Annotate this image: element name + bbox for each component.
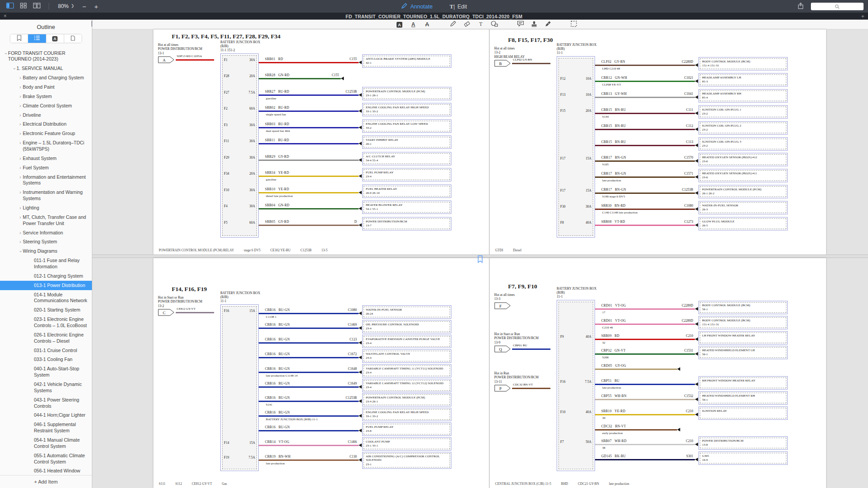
note-tool-button[interactable]: [517, 21, 525, 29]
outline-item[interactable]: 054-1 Manual Climate Control System: [0, 436, 92, 451]
connector-label: C1570: [664, 156, 693, 160]
outline-item[interactable]: ›Electronic Feature Group: [0, 129, 92, 139]
edit-mode-tab[interactable]: T| Edit: [447, 3, 470, 11]
wire-label: CBB13 GY-WH: [601, 92, 627, 96]
sidebar-tab-outline[interactable]: [28, 34, 46, 43]
outline-item[interactable]: ›Electrical Distribution: [0, 120, 92, 129]
sidebar-tab-pages[interactable]: [64, 34, 82, 43]
outline-item[interactable]: 056-1 Heated Window: [0, 467, 92, 475]
outline-item[interactable]: 020-1 Starting System: [0, 306, 92, 315]
wire-arrow: [359, 429, 362, 432]
outline-item-label: Wiring Diagrams: [23, 248, 58, 254]
select-tool-button[interactable]: [570, 21, 578, 29]
outline-item[interactable]: 040-1 Auto-Start-Stop System: [0, 365, 92, 380]
wire-arrow: [695, 322, 698, 326]
shapes-tool-button[interactable]: [491, 21, 499, 29]
outline-item-label: 011-1 Fuse and Relay Information: [34, 258, 89, 270]
wire: [259, 192, 359, 193]
outline-item[interactable]: 046-1 Supplemental Restraint System: [0, 420, 92, 436]
connector-label: C2280D: [664, 60, 693, 64]
sidebar-tab-bookmarks[interactable]: [10, 34, 28, 43]
outline-item[interactable]: ›Instrumentation and Warning Systems: [0, 188, 92, 204]
stamp-tool-button[interactable]: [530, 21, 538, 29]
wire: [595, 339, 695, 340]
outline-item[interactable]: 033-1 Cooling Fan: [0, 355, 92, 365]
outline-item[interactable]: ›Information and Entertainment Systems: [0, 172, 92, 188]
wire: [595, 399, 695, 400]
outline-item[interactable]: 014-1 Module Communications Network: [0, 290, 92, 306]
wire: [259, 401, 359, 402]
bookmark-icon[interactable]: [477, 255, 483, 265]
two-page-view-button[interactable]: [31, 2, 42, 11]
thumbnails-view-button[interactable]: [18, 2, 29, 11]
outline-item[interactable]: ›Exhaust System: [0, 154, 92, 163]
close-tab-button[interactable]: ×: [4, 13, 7, 20]
wire-note: S105: [602, 163, 608, 166]
outline-item[interactable]: ›Battery and Charging System: [0, 74, 92, 83]
outline-item[interactable]: ›Engine – 1.5L Duratorq–TDCi (55kW75PS): [0, 139, 92, 154]
outline-item[interactable]: ›FORD TRANSIT COURIER TOURNEO (2014-2023…: [0, 49, 92, 64]
outline-item[interactable]: ›Fuel System: [0, 163, 92, 172]
outline-item[interactable]: 013-1 Power Distribution: [0, 281, 92, 290]
eraser-tool-button[interactable]: [463, 21, 471, 29]
outline-item[interactable]: ›Climate Control System: [0, 101, 92, 111]
outline-item[interactable]: ›1. SERVICE MANUAL: [0, 64, 92, 74]
outline-item[interactable]: 012-1 Charging System: [0, 271, 92, 281]
outline-item[interactable]: ›Brake System: [0, 92, 92, 101]
wire: [259, 94, 359, 96]
sidebar-tab-annotations[interactable]: A: [46, 34, 64, 43]
pencil-tool-button[interactable]: [449, 21, 457, 29]
fuse-label: F1210A: [560, 77, 591, 81]
outline-item[interactable]: 031-1 Cruise Control: [0, 346, 92, 355]
outline-item[interactable]: ›Driveline: [0, 111, 92, 120]
fuse-label: F940A: [560, 335, 591, 339]
add-item-button[interactable]: + Add Item: [0, 475, 92, 488]
highlight-tool-button[interactable]: A: [396, 21, 404, 29]
strikethrough-tool-button[interactable]: A: [423, 21, 431, 29]
wire: [595, 129, 695, 130]
sidebar-toggle-button[interactable]: [4, 2, 16, 11]
share-button[interactable]: [796, 1, 806, 12]
outline-item[interactable]: ›Body and Paint: [0, 82, 92, 92]
outline-item-label: 031-1 Cruise Control: [34, 348, 77, 354]
wire-note: 32: [602, 341, 605, 344]
new-tab-button[interactable]: +: [861, 13, 864, 20]
zoom-out-button[interactable]: −: [80, 3, 89, 10]
outline-item[interactable]: ›Lighting: [0, 203, 92, 213]
fusebox-label: BATTERY JUNCTION BOX (BJB)11-1 151-2: [220, 40, 260, 52]
underline-tool-button[interactable]: A: [409, 21, 417, 29]
component-box: HEATED OXYGEN SENSOR (HO2S) #1223-6: [699, 153, 788, 166]
signature-tool-button[interactable]: [544, 21, 552, 29]
outline-item[interactable]: ›Service Information: [0, 228, 92, 238]
wire-label: CBB12 GN-WH: [601, 76, 627, 80]
outline-item[interactable]: 023-1 Electronic Engine Controls – 1.0L …: [0, 315, 92, 331]
outline-item[interactable]: 043-1 Power Steering Controls: [0, 395, 92, 411]
wire: [595, 65, 695, 66]
wire: [595, 369, 677, 370]
component-box: AIR CONDITIONING (A/C) COMPRESSOR CONTRO…: [362, 452, 451, 469]
outline-item[interactable]: 011-1 Fuse and Relay Information: [0, 256, 92, 272]
wire-arrow: [359, 312, 362, 315]
text-tool-button[interactable]: T: [477, 21, 485, 29]
wire-label: CBP55 WH-BN: [601, 394, 627, 398]
power-source-label: Hot at all timesPOWER DISTRIBUTION/BCM13…: [158, 43, 220, 64]
outline-item[interactable]: 055-1 Automatic Climate Control System: [0, 451, 92, 467]
outline-item[interactable]: 044-1 Horn;Cigar Lighter: [0, 411, 92, 420]
page-canvas[interactable]: F1, F2, F3, F4, F5, F11, F27, F28, F29, …: [92, 29, 868, 488]
wire-label: SBB07 WH-RD: [601, 439, 627, 443]
outline-item[interactable]: 026-1 Electronic Engine Controls – Diese…: [0, 330, 92, 346]
zoom-in-button[interactable]: +: [91, 3, 101, 10]
outline-item[interactable]: ›MT, Clutch, Transfer Case and Power Tra…: [0, 213, 92, 228]
wire-note: C1148 1: [266, 315, 277, 319]
search-input[interactable]: [811, 3, 864, 10]
wire-label: SBB10 YE-RD: [265, 187, 289, 191]
outline-item[interactable]: 042-1 Vehicle Dynamic Systems: [0, 380, 92, 396]
zoom-level-select[interactable]: 80% ❯: [55, 3, 77, 10]
wire-label: GD145 BK-BU: [601, 454, 626, 458]
outline-item[interactable]: ›Steering System: [0, 238, 92, 247]
annotate-mode-tab[interactable]: Annotate: [398, 2, 435, 11]
shapes-icon: [491, 21, 498, 28]
component-box: HEATED OXYGEN SENSOR (HO2S) #1123-6: [699, 169, 788, 182]
outline-item[interactable]: ›Wiring Diagrams: [0, 247, 92, 256]
component-box: G30516-9: [699, 451, 788, 465]
